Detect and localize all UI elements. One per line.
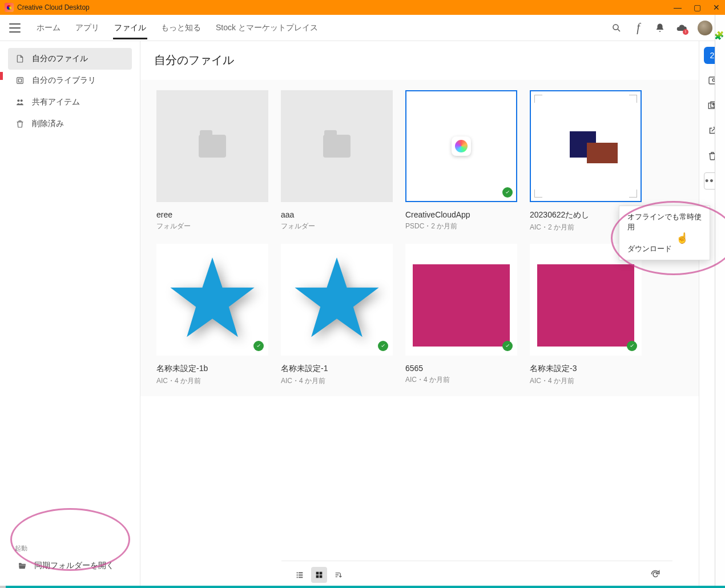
file-title: eree <box>156 210 268 219</box>
svg-rect-15 <box>320 571 323 574</box>
notifications-icon[interactable] <box>654 22 666 34</box>
extensions-icon[interactable]: 🧩 <box>714 31 724 40</box>
artwork-preview <box>167 253 258 347</box>
taskbar-edge <box>0 586 725 588</box>
sidebar-item-label: 同期フォルダーを開く <box>34 561 114 571</box>
window-maximize-button[interactable]: ▢ <box>693 3 701 11</box>
nav-tab-stock[interactable]: Stock とマーケットプレイス <box>209 17 325 39</box>
library-icon <box>15 75 25 86</box>
file-meta: AIC・4 か月前 <box>530 376 642 386</box>
user-avatar[interactable] <box>698 21 712 35</box>
sidebar-section-label: 起動 <box>10 544 130 553</box>
sort-button[interactable] <box>331 567 347 583</box>
synced-badge-icon <box>253 341 264 351</box>
nav-tabs: ホーム アプリ ファイル もっと知る Stock とマーケットプレイス <box>30 17 325 39</box>
sidebar-item-label: 共有アイテム <box>32 97 80 107</box>
svg-rect-13 <box>299 577 303 578</box>
file-card: aaaフォルダー <box>281 90 393 232</box>
svg-rect-14 <box>316 571 319 574</box>
file-meta: フォルダー <box>156 221 268 231</box>
files-grid: ereeフォルダーaaaフォルダーCreativeCloudAppPSDC・2 … <box>148 90 691 386</box>
file-title: 名称未設定-1 <box>281 364 393 374</box>
artwork-preview <box>530 90 642 202</box>
file-card: 6565AIC・4 か月前 <box>405 244 517 386</box>
file-title: CreativeCloudApp <box>405 210 517 219</box>
file-thumbnail[interactable] <box>405 244 517 356</box>
nav-tab-discover[interactable]: もっと知る <box>154 17 208 39</box>
svg-rect-8 <box>297 572 298 573</box>
svg-rect-3 <box>18 79 21 82</box>
window-title: Creative Cloud Desktop <box>17 3 90 11</box>
artwork-preview <box>413 264 510 347</box>
sidebar-item-label: 削除済み <box>32 119 64 129</box>
file-thumbnail[interactable] <box>405 90 517 202</box>
file-meta: フォルダー <box>281 221 393 231</box>
window-minimize-button[interactable]: — <box>674 3 682 11</box>
svg-rect-16 <box>316 575 319 578</box>
svg-marker-7 <box>295 257 378 337</box>
svg-rect-9 <box>299 572 303 573</box>
cloud-sync-icon[interactable]: ! <box>676 22 687 34</box>
context-menu: オフラインでも常時使用 ダウンロード <box>619 206 710 260</box>
svg-point-0 <box>613 25 618 30</box>
sidebar-item-label: 自分のライブラリ <box>32 75 96 86</box>
artwork-preview <box>537 264 634 347</box>
folder-icon <box>199 135 226 158</box>
file-icon <box>15 54 25 64</box>
artwork-preview <box>291 253 382 347</box>
synced-badge-icon <box>502 341 513 351</box>
file-thumbnail[interactable] <box>281 244 393 356</box>
view-list-button[interactable] <box>292 567 308 583</box>
menu-toggle-button[interactable] <box>9 23 21 33</box>
search-icon[interactable] <box>611 22 622 34</box>
file-meta: AIC・4 か月前 <box>281 376 393 386</box>
page-title: 自分のファイル <box>154 53 685 68</box>
file-thumbnail[interactable] <box>281 90 393 202</box>
file-card: CreativeCloudAppPSDC・2 か月前 <box>405 90 517 232</box>
nav-tab-apps[interactable]: アプリ <box>69 17 106 39</box>
browser-extension-strip <box>715 15 725 588</box>
file-meta: PSDC・2 か月前 <box>405 221 517 231</box>
file-thumbnail[interactable] <box>156 90 268 202</box>
sidebar-item-shared[interactable]: 共有アイテム <box>8 91 132 113</box>
sidebar-item-libraries[interactable]: 自分のライブラリ <box>8 70 132 91</box>
file-thumbnail[interactable] <box>530 244 642 356</box>
file-card: 名称未設定-1bAIC・4 か月前 <box>156 244 268 386</box>
sidebar-item-open-sync-folder[interactable]: 同期フォルダーを開く <box>10 556 130 575</box>
app-icon <box>5 3 14 12</box>
svg-point-4 <box>17 99 19 102</box>
top-nav: ホーム アプリ ファイル もっと知る Stock とマーケットプレイス f ! <box>0 15 725 41</box>
svg-marker-6 <box>170 257 254 337</box>
sidebar-item-deleted[interactable]: 削除済み <box>8 113 132 135</box>
file-title: 名称未設定-1b <box>156 364 268 374</box>
nav-tab-files[interactable]: ファイル <box>107 17 153 39</box>
synced-badge-icon <box>378 341 388 351</box>
file-thumbnail[interactable] <box>156 244 268 356</box>
svg-line-1 <box>618 29 620 31</box>
view-grid-button[interactable] <box>311 567 327 583</box>
file-card: ereeフォルダー <box>156 90 268 232</box>
file-meta: AIC・4 か月前 <box>405 375 517 385</box>
file-meta: AIC・4 か月前 <box>156 376 268 386</box>
refresh-button[interactable] <box>650 569 662 581</box>
file-title: 6565 <box>405 364 517 373</box>
content-area: 自分のファイル ereeフォルダーaaaフォルダーCreativeCloudAp… <box>140 41 699 588</box>
edge-decoration <box>0 32 3 100</box>
file-title: 名称未設定-3 <box>530 364 642 374</box>
nav-tab-home[interactable]: ホーム <box>30 17 67 39</box>
context-menu-item-download[interactable]: ダウンロード <box>619 238 710 260</box>
window-close-button[interactable]: ✕ <box>712 3 720 11</box>
svg-rect-11 <box>299 574 303 575</box>
fonts-icon[interactable]: f <box>633 22 644 34</box>
file-thumbnail[interactable] <box>530 90 642 202</box>
file-card: 名称未設定-3AIC・4 か月前 <box>530 244 642 386</box>
synced-badge-icon <box>627 341 637 351</box>
folder-icon <box>323 135 351 158</box>
svg-rect-12 <box>297 577 298 578</box>
share-icon <box>15 97 25 107</box>
svg-point-5 <box>21 99 23 102</box>
sidebar-item-label: 自分のファイル <box>32 54 88 64</box>
file-card: 名称未設定-1AIC・4 か月前 <box>281 244 393 386</box>
context-menu-item-offline[interactable]: オフラインでも常時使用 <box>619 206 710 238</box>
sidebar-item-my-files[interactable]: 自分のファイル <box>8 48 132 70</box>
